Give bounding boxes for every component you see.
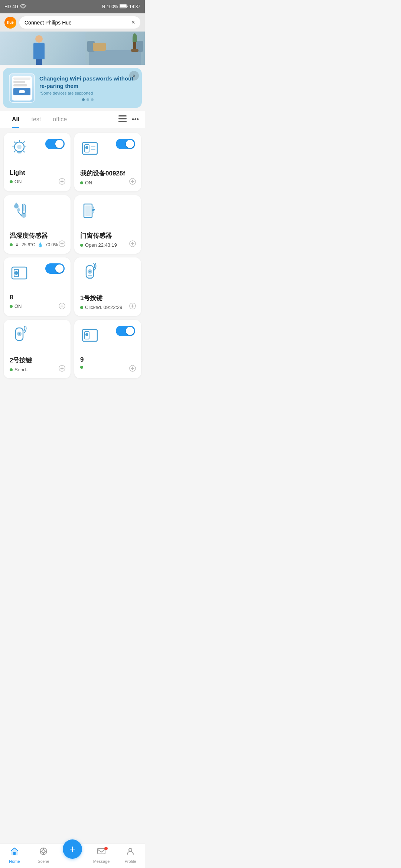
promo-title: Changeing WiFi passwords without re-pari… <box>39 75 136 89</box>
device9-edit-icon[interactable] <box>129 365 136 373</box>
light-toggle[interactable] <box>45 139 65 149</box>
sensor-edit-icon[interactable] <box>59 240 65 249</box>
status-dot <box>80 306 83 309</box>
svg-line-13 <box>14 151 15 152</box>
device00925f-edit-icon[interactable] <box>129 178 136 186</box>
tabs-bar: All test office ••• <box>0 111 145 128</box>
status-left: HD 4G <box>4 4 26 10</box>
card-header-door <box>80 201 135 223</box>
status-dot <box>10 180 13 183</box>
more-options-icon[interactable]: ••• <box>132 116 139 124</box>
svg-line-11 <box>14 142 15 143</box>
device-card-8[interactable]: 8 ON <box>4 257 71 316</box>
promo-banner: × Changeing WiFi passwords without re-pa… <box>3 68 142 108</box>
device9-toggle[interactable] <box>116 326 135 336</box>
network-icon: 4G <box>12 4 18 9</box>
device-card-light[interactable]: Light ON <box>4 133 71 191</box>
light-bulb-icon <box>10 139 29 160</box>
status-bar: HD 4G N 100% 14:37 <box>0 0 145 13</box>
svg-point-21 <box>85 146 88 149</box>
card-header-00925f <box>80 139 135 160</box>
device-card-00925f[interactable]: 我的设备00925f ON <box>74 133 141 191</box>
svg-line-12 <box>23 142 25 143</box>
browser-bar: hue Connect Philips Hue × <box>0 13 145 32</box>
card-header-button2 <box>10 326 65 347</box>
device-card-door-sensor[interactable]: 门窗传感器 Open 22:43:19 <box>74 195 141 254</box>
humidity-icon: 💧 <box>38 242 43 247</box>
button1-edit-icon[interactable] <box>129 303 136 311</box>
time: 14:37 <box>129 4 140 9</box>
hue-logo: hue <box>4 17 16 29</box>
svg-point-61 <box>85 333 88 336</box>
switch-9-icon <box>80 326 100 347</box>
device-card-button1[interactable]: 1号按键 Clicked. 09:22:29 <box>74 257 141 316</box>
device9-name: 9 <box>80 356 135 364</box>
svg-point-55 <box>19 333 20 335</box>
temp-humidity-icon <box>10 201 29 223</box>
light-edit-icon[interactable] <box>59 178 65 186</box>
browser-url-bar[interactable]: Connect Philips Hue × <box>19 16 140 29</box>
card-header-9 <box>80 326 135 347</box>
button2-edit-icon[interactable] <box>59 365 65 373</box>
battery-percent: 100% <box>107 4 118 9</box>
device00925f-toggle[interactable] <box>116 139 135 149</box>
promo-text-area: Changeing WiFi passwords without re-pari… <box>39 75 136 101</box>
sensor-name: 温湿度传感器 <box>10 231 65 240</box>
nfc-icon: N <box>102 4 105 9</box>
svg-rect-35 <box>85 206 91 216</box>
light-name: Light <box>10 169 65 177</box>
promo-dot-2 <box>87 98 89 101</box>
tabs-actions: ••• <box>118 115 139 124</box>
promo-dot-3 <box>91 98 94 101</box>
device9-status <box>80 366 135 369</box>
device8-status: ON <box>10 303 65 309</box>
list-view-icon[interactable] <box>118 115 127 124</box>
promo-subtitle: *Some devices are supported <box>39 91 136 95</box>
button1-icon <box>80 263 100 285</box>
toggle-knob <box>55 264 63 273</box>
temp-icon: 🌡 <box>15 242 19 247</box>
tab-test[interactable]: test <box>25 111 47 128</box>
battery-icon <box>120 4 128 10</box>
svg-rect-5 <box>118 118 127 119</box>
hero-image <box>0 32 145 65</box>
button1-status: Clicked. 09:22:29 <box>80 305 135 310</box>
svg-rect-2 <box>120 5 126 7</box>
device8-edit-icon[interactable] <box>59 303 65 311</box>
device8-name: 8 <box>10 294 65 301</box>
device-card-button2[interactable]: 2号按键 Send... <box>4 320 71 378</box>
switch-box-icon <box>80 139 100 160</box>
svg-point-0 <box>23 8 23 9</box>
card-header-light <box>10 139 65 160</box>
promo-dots <box>39 98 136 101</box>
card-header-sensor <box>10 201 65 223</box>
svg-rect-3 <box>127 6 127 7</box>
device00925f-status: ON <box>80 180 135 185</box>
browser-title: Connect Philips Hue <box>25 20 72 26</box>
door-sensor-edit-icon[interactable] <box>129 240 136 249</box>
svg-point-29 <box>22 213 26 217</box>
svg-point-41 <box>14 271 18 275</box>
status-right: N 100% 14:37 <box>102 4 140 10</box>
svg-point-15 <box>17 145 22 149</box>
device-card-temp-humidity[interactable]: 温湿度传感器 🌡 25.9°C 💧 70.0% <box>4 195 71 254</box>
device-card-9[interactable]: 9 <box>74 320 141 378</box>
toggle-knob <box>55 140 63 148</box>
tab-all[interactable]: All <box>6 111 25 128</box>
device8-toggle[interactable] <box>45 263 65 274</box>
door-sensor-name: 门窗传感器 <box>80 231 135 240</box>
browser-close-button[interactable]: × <box>131 19 135 26</box>
svg-rect-4 <box>118 115 127 116</box>
device-grid: Light ON <box>0 128 145 383</box>
toggle-knob <box>126 140 134 148</box>
light-status: ON <box>10 179 65 184</box>
promo-close-button[interactable]: × <box>129 71 139 80</box>
svg-line-30 <box>18 211 22 216</box>
device00925f-name: 我的设备00925f <box>80 169 135 178</box>
tab-office[interactable]: office <box>47 111 73 128</box>
promo-dot-1 <box>82 98 85 101</box>
svg-line-14 <box>23 151 25 152</box>
button2-name: 2号按键 <box>10 356 65 365</box>
door-sensor-status: Open 22:43:19 <box>80 242 135 248</box>
promo-phone-image <box>9 73 35 103</box>
